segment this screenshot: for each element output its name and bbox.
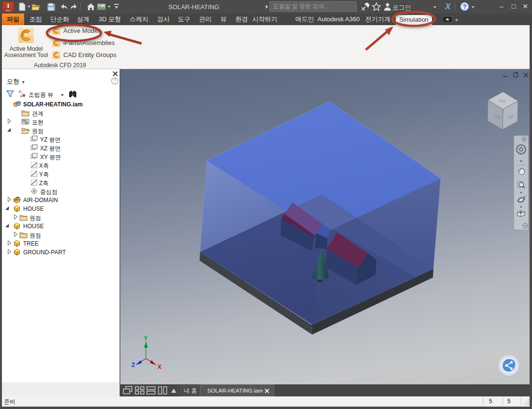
- svg-text:?: ?: [463, 3, 467, 10]
- svg-text:?: ?: [114, 78, 116, 84]
- svg-text:Y: Y: [144, 335, 148, 342]
- svg-text:Z: Z: [131, 362, 135, 368]
- svg-text:X: X: [158, 364, 161, 370]
- svg-text:I: I: [7, 2, 9, 9]
- svg-text:X: X: [445, 2, 451, 11]
- svg-text:PRO: PRO: [5, 9, 12, 12]
